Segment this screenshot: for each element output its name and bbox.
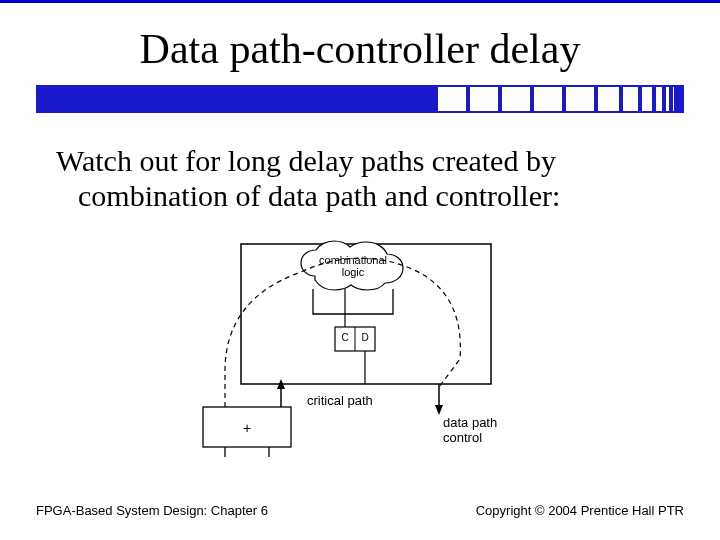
rule-solid: [36, 85, 436, 113]
rule-box: [621, 85, 640, 113]
input-arrow-left: [277, 379, 285, 407]
rule-box: [596, 85, 621, 113]
rule-box: [654, 85, 664, 113]
rule-box: [532, 85, 564, 113]
diagram-svg: combinationallogic C D: [195, 239, 525, 457]
critical-path-label: critical path: [307, 393, 373, 408]
dp-control-label-2: control: [443, 430, 482, 445]
adder-block: +: [203, 407, 291, 447]
svg-marker-5: [435, 405, 443, 415]
inner-u-shape: [313, 289, 393, 314]
slide: Data path-controller delay Watch out for…: [0, 0, 720, 540]
rule-box: [468, 85, 500, 113]
body-paragraph: Watch out for long delay paths created b…: [56, 143, 698, 214]
output-arrow-right: [435, 384, 443, 415]
rule-box: [564, 85, 596, 113]
rule-box: [680, 85, 684, 113]
rule-boxes: [436, 85, 684, 113]
page-title: Data path-controller delay: [0, 25, 720, 73]
cloud-icon: combinationallogic: [301, 241, 403, 290]
rule-box: [664, 85, 671, 113]
decorative-rule: [36, 85, 684, 113]
datapath-diagram: combinationallogic C D: [195, 239, 525, 457]
rule-box: [436, 85, 468, 113]
rule-box: [500, 85, 532, 113]
rule-box: [640, 85, 654, 113]
footer-right: Copyright © 2004 Prentice Hall PTR: [476, 503, 684, 518]
reg-c-label: C: [341, 332, 348, 343]
footer-left: FPGA-Based System Design: Chapter 6: [36, 503, 268, 518]
register-block: C D: [335, 327, 375, 351]
dp-control-label-1: data path: [443, 415, 497, 430]
reg-d-label: D: [361, 332, 368, 343]
adder-plus-label: +: [243, 420, 251, 436]
